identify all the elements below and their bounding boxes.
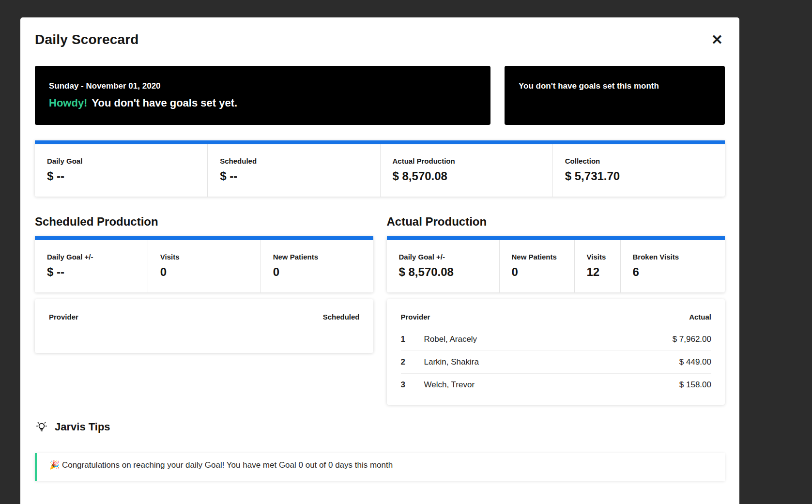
banner-date: Sunday - November 01, 2020 (49, 81, 476, 91)
summary-stats-card: Daily Goal $ -- Scheduled $ -- Actual Pr… (35, 140, 725, 197)
table-header: Provider Scheduled (49, 310, 360, 328)
row-rank: 1 (401, 335, 424, 344)
stat-value: 12 (587, 265, 615, 279)
tip-item: 🎉 Congratulations on reaching your daily… (35, 453, 725, 481)
banner-message-text: You don't have goals set yet. (92, 97, 237, 109)
summary-actual-production: Actual Production $ 8,570.08 (380, 144, 552, 197)
row-provider: Robel, Aracely (424, 335, 673, 344)
column-actual: Actual (689, 313, 711, 321)
table-header: Provider Actual (401, 310, 712, 328)
column-scheduled: Scheduled (323, 313, 360, 321)
stat-label: New Patients (273, 253, 368, 261)
stat-label: New Patients (512, 253, 569, 261)
close-icon: ✕ (711, 32, 723, 47)
stat-label: Daily Goal +/- (47, 253, 143, 261)
scheduled-production-heading: Scheduled Production (35, 215, 373, 229)
close-button[interactable]: ✕ (709, 32, 725, 48)
actual-visits: Visits 12 (574, 240, 620, 292)
modal-header: Daily Scorecard ✕ (35, 32, 725, 51)
page-title: Daily Scorecard (35, 32, 139, 47)
row-provider: Welch, Trevor (424, 380, 679, 390)
table-row: 2 Larkin, Shakira $ 449.00 (401, 351, 712, 373)
scheduled-daily-goal: Daily Goal +/- $ -- (35, 240, 148, 292)
scheduled-production-section: Scheduled Production Daily Goal +/- $ --… (35, 215, 373, 353)
summary-daily-goal: Daily Goal $ -- (35, 144, 207, 197)
table-row: 1 Robel, Aracely $ 7,962.00 (401, 328, 712, 351)
row-rank: 3 (401, 380, 424, 390)
scheduled-provider-table: Provider Scheduled (35, 299, 373, 353)
stat-value: 0 (512, 265, 569, 279)
stat-value: $ 8,570.08 (393, 169, 548, 183)
scheduled-new-patients: New Patients 0 (260, 240, 373, 292)
actual-production-heading: Actual Production (387, 215, 725, 229)
monthly-goal-banner: You don't have goals set this month (505, 66, 725, 125)
actual-broken-visits: Broken Visits 6 (620, 240, 725, 292)
scheduled-stats-card: Daily Goal +/- $ -- Visits 0 New Patient… (35, 236, 373, 292)
row-amount: $ 7,962.00 (673, 335, 711, 344)
daily-goal-banner: Sunday - November 01, 2020 Howdy!You don… (35, 66, 490, 125)
stat-label: Visits (160, 253, 256, 261)
stat-value: $ -- (47, 265, 143, 279)
actual-provider-table: Provider Actual 1 Robel, Aracely $ 7,962… (387, 299, 725, 405)
actual-stats-card: Daily Goal +/- $ 8,570.08 New Patients 0… (387, 236, 725, 292)
stat-value: $ -- (47, 169, 202, 183)
actual-production-section: Actual Production Daily Goal +/- $ 8,570… (387, 215, 725, 405)
actual-daily-goal: Daily Goal +/- $ 8,570.08 (387, 240, 499, 292)
tip-text: 🎉 Congratulations on reaching your daily… (49, 460, 393, 470)
summary-scheduled: Scheduled $ -- (207, 144, 380, 197)
stat-label: Scheduled (220, 157, 375, 165)
banner-message: Howdy!You don't have goals set yet. (49, 97, 476, 109)
table-row: 3 Welch, Trevor $ 158.00 (401, 373, 712, 396)
stat-value: $ -- (220, 169, 375, 183)
column-provider: Provider (49, 313, 78, 321)
stat-value: $ 5,731.70 (565, 169, 720, 183)
jarvis-tips-title: Jarvis Tips (55, 421, 110, 433)
monthly-goal-message: You don't have goals set this month (519, 81, 711, 91)
daily-scorecard-modal: Daily Scorecard ✕ Sunday - November 01, … (20, 17, 739, 504)
jarvis-tips-header: Jarvis Tips (35, 420, 725, 434)
stat-label: Daily Goal (47, 157, 202, 165)
row-amount: $ 449.00 (679, 357, 711, 367)
row-provider: Larkin, Shakira (424, 357, 679, 367)
summary-collection: Collection $ 5,731.70 (552, 144, 725, 197)
actual-new-patients: New Patients 0 (499, 240, 574, 292)
stat-value: 6 (633, 265, 720, 279)
column-provider: Provider (401, 313, 430, 321)
banner-row: Sunday - November 01, 2020 Howdy!You don… (35, 66, 725, 125)
production-sections: Scheduled Production Daily Goal +/- $ --… (35, 215, 725, 405)
stat-label: Daily Goal +/- (399, 253, 494, 261)
stat-label: Visits (587, 253, 615, 261)
stat-value: 0 (160, 265, 256, 279)
lightbulb-icon (35, 420, 48, 434)
row-amount: $ 158.00 (679, 380, 711, 390)
stat-value: $ 8,570.08 (399, 265, 494, 279)
stat-label: Actual Production (393, 157, 548, 165)
stat-label: Broken Visits (633, 253, 720, 261)
stat-label: Collection (565, 157, 720, 165)
banner-greeting: Howdy! (49, 97, 87, 109)
scheduled-visits: Visits 0 (148, 240, 260, 292)
row-rank: 2 (401, 357, 424, 367)
page-background: Daily Scorecard ✕ Sunday - November 01, … (0, 0, 812, 504)
stat-value: 0 (273, 265, 368, 279)
